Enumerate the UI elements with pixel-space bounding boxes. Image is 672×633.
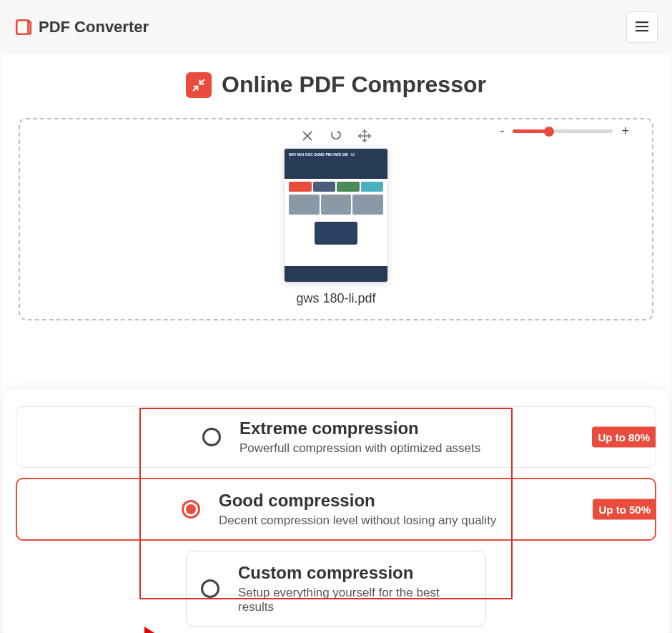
brand-logo[interactable]: PDF Converter (14, 18, 149, 36)
option-custom-title: Custom compression (238, 563, 471, 583)
radio-extreme[interactable] (202, 428, 221, 446)
remove-file-icon[interactable] (301, 129, 314, 142)
zoom-slider-thumb[interactable] (544, 127, 554, 137)
option-extreme-title: Extreme compression (239, 418, 641, 438)
option-custom-subtitle: Setup everything yourself for the best r… (238, 586, 471, 614)
file-thumbnail[interactable]: MAY MAI GOC DUNG PIN GWS 180 - LI — (284, 148, 388, 283)
zoom-out-button[interactable]: - (500, 124, 504, 139)
file-thumbnail-wrap: MAY MAI GOC DUNG PIN GWS 180 - LI — (30, 148, 642, 306)
page-title: Online PDF Compressor (1, 72, 671, 98)
zoom-in-button[interactable]: + (621, 124, 629, 139)
hamburger-icon (636, 20, 648, 35)
option-good-subtitle: Decent compression level without losing … (219, 514, 641, 528)
compress-icon (186, 72, 212, 98)
hamburger-menu-button[interactable] (626, 11, 658, 43)
brand-icon (14, 18, 33, 36)
option-good-title: Good compression (219, 491, 641, 511)
header: PDF Converter (0, 0, 672, 54)
option-good[interactable]: Good compression Decent compression leve… (16, 478, 656, 541)
option-extreme[interactable]: Extreme compression Powerfull compressio… (16, 406, 656, 468)
option-good-badge: Up to 50% (593, 499, 656, 520)
brand-text: PDF Converter (39, 18, 149, 36)
move-icon[interactable] (358, 129, 371, 142)
main-panel: Online PDF Compressor - + (1, 54, 671, 632)
page-title-text: Online PDF Compressor (222, 72, 486, 98)
file-dropzone[interactable]: - + (19, 118, 653, 320)
option-custom[interactable]: Custom compression Setup everything your… (186, 551, 486, 627)
svg-rect-0 (16, 20, 28, 34)
compression-options: Extreme compression Powerfull compressio… (3, 389, 669, 633)
zoom-controls: - + (500, 124, 629, 139)
svg-rect-2 (636, 26, 648, 27)
rotate-icon[interactable] (330, 129, 342, 142)
file-name: gws 180-li.pdf (296, 291, 375, 306)
radio-custom[interactable] (201, 579, 219, 598)
option-extreme-badge: Up to 80% (592, 427, 656, 448)
zoom-slider[interactable] (513, 129, 613, 133)
radio-good[interactable] (182, 500, 200, 519)
svg-rect-1 (636, 21, 648, 23)
option-extreme-subtitle: Powerfull compression with optimized ass… (239, 441, 641, 456)
svg-rect-3 (636, 30, 648, 31)
